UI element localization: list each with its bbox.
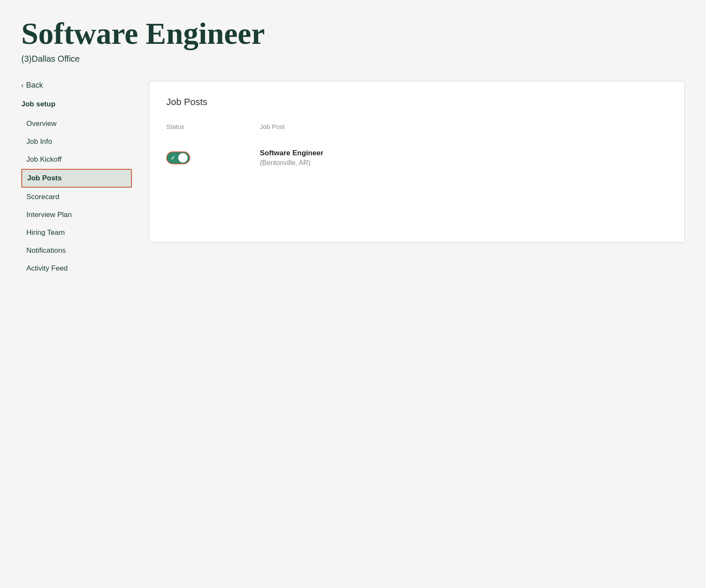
sidebar-item-overview[interactable]: Overview	[21, 115, 132, 132]
toggle-knob	[178, 153, 188, 163]
toggle-container: ✓	[166, 151, 260, 164]
job-posts-card: Job Posts Status Job Post ✓ Software Eng…	[149, 81, 685, 243]
sidebar-item-hiring-team[interactable]: Hiring Team	[21, 224, 132, 241]
sidebar: ‹ Back Job setup Overview Job Info Job K…	[21, 81, 132, 278]
content-area: ‹ Back Job setup Overview Job Info Job K…	[21, 81, 685, 278]
back-chevron-icon: ‹	[21, 82, 23, 89]
job-post-name: Software Engineer	[260, 149, 667, 157]
back-label: Back	[26, 81, 43, 90]
sidebar-item-notifications[interactable]: Notifications	[21, 242, 132, 259]
page-title: Software Engineer	[21, 17, 685, 51]
main-content: Job Posts Status Job Post ✓ Software Eng…	[149, 81, 685, 278]
job-post-location: (Bentonville, AR)	[260, 159, 667, 167]
sidebar-item-activity-feed[interactable]: Activity Feed	[21, 260, 132, 277]
job-post-info: Software Engineer (Bentonville, AR)	[260, 149, 667, 167]
job-post-column-header: Job Post	[260, 123, 667, 130]
page-subtitle: (3)Dallas Office	[21, 54, 685, 64]
sidebar-item-interview-plan[interactable]: Interview Plan	[21, 206, 132, 223]
table-header: Status Job Post	[166, 123, 667, 135]
card-title: Job Posts	[166, 97, 667, 108]
status-column-header: Status	[166, 123, 260, 130]
page-container: Software Engineer (3)Dallas Office ‹ Bac…	[0, 0, 706, 295]
sidebar-item-scorecard[interactable]: Scorecard	[21, 188, 132, 206]
sidebar-item-job-kickoff[interactable]: Job Kickoff	[21, 151, 132, 168]
status-toggle[interactable]: ✓	[166, 151, 190, 164]
toggle-check-icon: ✓	[171, 155, 175, 161]
back-link[interactable]: ‹ Back	[21, 81, 132, 90]
nav-section-label: Job setup	[21, 100, 132, 108]
table-row: ✓ Software Engineer (Bentonville, AR)	[166, 142, 667, 174]
sidebar-item-job-posts[interactable]: Job Posts	[21, 169, 132, 188]
sidebar-item-job-info[interactable]: Job Info	[21, 133, 132, 150]
